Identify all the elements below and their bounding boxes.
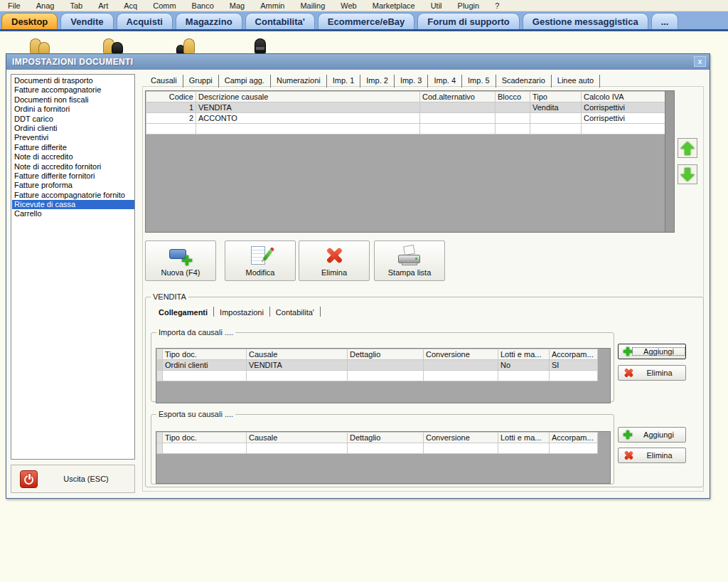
- cell[interactable]: [163, 443, 247, 454]
- cell[interactable]: 1: [146, 102, 196, 113]
- cell[interactable]: [420, 102, 496, 113]
- move-down-button[interactable]: [678, 164, 697, 184]
- tab-imp-1[interactable]: Imp. 1: [327, 75, 361, 88]
- cell[interactable]: Ordini clienti: [163, 360, 247, 371]
- tab-vendite[interactable]: Vendite: [60, 13, 113, 29]
- cell[interactable]: 2: [146, 113, 196, 124]
- column-header-causale[interactable]: Causale: [247, 349, 348, 360]
- cell[interactable]: [582, 124, 667, 134]
- scrollbar[interactable]: [665, 91, 674, 232]
- list-item[interactable]: Ordini clienti: [12, 124, 134, 133]
- cell[interactable]: [530, 113, 582, 124]
- cell[interactable]: [498, 443, 550, 454]
- list-item[interactable]: Fatture accompagnatorie: [12, 85, 134, 95]
- list-item[interactable]: Note di accredito: [12, 152, 134, 162]
- tab-contabilita-detail[interactable]: Contabilita': [270, 307, 321, 317]
- tab-collegamenti[interactable]: Collegamenti: [153, 307, 214, 317]
- list-item-selected[interactable]: Ricevute di cassa: [12, 200, 134, 209]
- cell[interactable]: [420, 124, 496, 134]
- esporta-aggiungi-button[interactable]: Aggiungi: [618, 427, 686, 443]
- list-item[interactable]: Fatture differite: [12, 143, 134, 152]
- column-header-descrizione[interactable]: Descrizione causale: [196, 92, 420, 102]
- menu-item-art[interactable]: Art: [90, 1, 116, 10]
- tab-scadenzario[interactable]: Scadenzario: [496, 75, 552, 88]
- menu-item-tab[interactable]: Tab: [62, 1, 90, 10]
- tab-magazzino[interactable]: Magazzino: [176, 13, 242, 29]
- stampa-lista-button[interactable]: Stampa lista: [374, 240, 445, 281]
- elimina-button[interactable]: Elimina: [299, 240, 370, 281]
- table-row[interactable]: Ordini clienti VENDITA No SI: [157, 360, 598, 371]
- menu-item-plugin[interactable]: Plugin: [450, 1, 488, 10]
- modifica-button[interactable]: Modifica: [225, 240, 296, 281]
- list-item[interactable]: Note di accredito fornitori: [12, 162, 134, 171]
- tab-imp-5[interactable]: Imp. 5: [462, 75, 496, 88]
- menu-item-comm[interactable]: Comm: [145, 1, 183, 10]
- column-header-codice[interactable]: Codice: [146, 92, 196, 102]
- cell[interactable]: No: [498, 360, 550, 371]
- tab-ecommerce-ebay[interactable]: Ecommerce/eBay: [318, 13, 414, 29]
- column-header-lotti[interactable]: Lotti e ma...: [498, 349, 550, 360]
- cell[interactable]: Corrispettivi: [582, 113, 667, 124]
- menu-item-help[interactable]: ?: [487, 1, 507, 10]
- esporta-elimina-button[interactable]: Elimina: [618, 448, 686, 463]
- column-header-dettaglio[interactable]: Dettaglio: [348, 349, 424, 360]
- menu-item-anag[interactable]: Anag: [28, 1, 63, 10]
- cell[interactable]: [247, 443, 348, 454]
- column-header-tipo-doc[interactable]: Tipo doc.: [163, 349, 247, 360]
- nuova-button[interactable]: Nuova (F4): [145, 240, 216, 281]
- cell[interactable]: [348, 360, 424, 371]
- menu-item-web[interactable]: Web: [333, 1, 364, 10]
- menu-item-mailing[interactable]: Mailing: [292, 1, 333, 10]
- tab-contabilita[interactable]: Contabilita': [245, 13, 315, 29]
- cell[interactable]: [348, 371, 424, 381]
- cell[interactable]: [196, 124, 420, 134]
- cell[interactable]: [424, 443, 498, 454]
- cell[interactable]: [496, 102, 530, 113]
- exit-button[interactable]: Uscita (ESC): [11, 465, 135, 493]
- column-header-causale[interactable]: Causale: [247, 433, 348, 443]
- tab-campi-agg[interactable]: Campi agg.: [219, 75, 271, 88]
- cell[interactable]: [348, 443, 424, 454]
- menu-item-marketplace[interactable]: Marketplace: [365, 1, 423, 10]
- cell[interactable]: [550, 371, 598, 381]
- menu-item-file[interactable]: File: [0, 1, 28, 10]
- cell[interactable]: [146, 124, 196, 134]
- table-row[interactable]: 1 VENDITA Vendita Corrispettivi: [146, 102, 667, 113]
- column-header-calcolo-iva[interactable]: Calcolo IVA: [582, 92, 667, 102]
- cell[interactable]: ACCONTO: [196, 113, 420, 124]
- column-header-lotti[interactable]: Lotti e ma...: [498, 433, 550, 443]
- tab-imp-4[interactable]: Imp. 4: [428, 75, 462, 88]
- importa-elimina-button[interactable]: Elimina: [618, 365, 686, 381]
- move-up-button[interactable]: [678, 138, 697, 158]
- menu-item-ammin[interactable]: Ammin: [252, 1, 292, 10]
- column-header-accorpam[interactable]: Accorpam...: [550, 433, 598, 443]
- column-header-conversione[interactable]: Conversione: [424, 433, 498, 443]
- cell[interactable]: VENDITA: [247, 360, 348, 371]
- list-item[interactable]: DDT carico: [12, 115, 134, 124]
- table-row[interactable]: [157, 371, 598, 381]
- cell[interactable]: Corrispettivi: [582, 102, 667, 113]
- cell[interactable]: [530, 124, 582, 134]
- cell[interactable]: [420, 113, 496, 124]
- menu-item-acq[interactable]: Acq: [116, 1, 145, 10]
- column-header-tipo[interactable]: Tipo: [530, 92, 582, 102]
- column-header-dettaglio[interactable]: Dettaglio: [348, 433, 424, 443]
- tab-gestione-messaggistica[interactable]: Gestione messaggistica: [523, 13, 648, 29]
- list-item[interactable]: Fatture proforma: [12, 181, 134, 190]
- cell[interactable]: VENDITA: [196, 102, 420, 113]
- cell[interactable]: [424, 360, 498, 371]
- list-item[interactable]: Preventivi: [12, 133, 134, 142]
- column-header-blocco[interactable]: Blocco: [496, 92, 530, 102]
- dialog-title-bar[interactable]: IMPOSTAZIONI DOCUMENTI: [6, 54, 710, 70]
- column-header-tipo-doc[interactable]: Tipo doc.: [163, 433, 247, 443]
- tab-impostazioni[interactable]: Impostazioni: [214, 307, 270, 317]
- cell[interactable]: [247, 371, 348, 381]
- cell[interactable]: [496, 113, 530, 124]
- table-row[interactable]: [146, 124, 667, 134]
- column-header-accorpam[interactable]: Accorpam...: [550, 349, 598, 360]
- list-item[interactable]: Fatture differite fornitori: [12, 171, 134, 181]
- list-item[interactable]: Ordini a fornitori: [12, 105, 134, 114]
- document-type-list[interactable]: Documenti di trasporto Fatture accompagn…: [11, 74, 135, 460]
- menu-item-mag[interactable]: Mag: [222, 1, 252, 10]
- list-item[interactable]: Fatture accompagnatorie fornito: [12, 191, 134, 200]
